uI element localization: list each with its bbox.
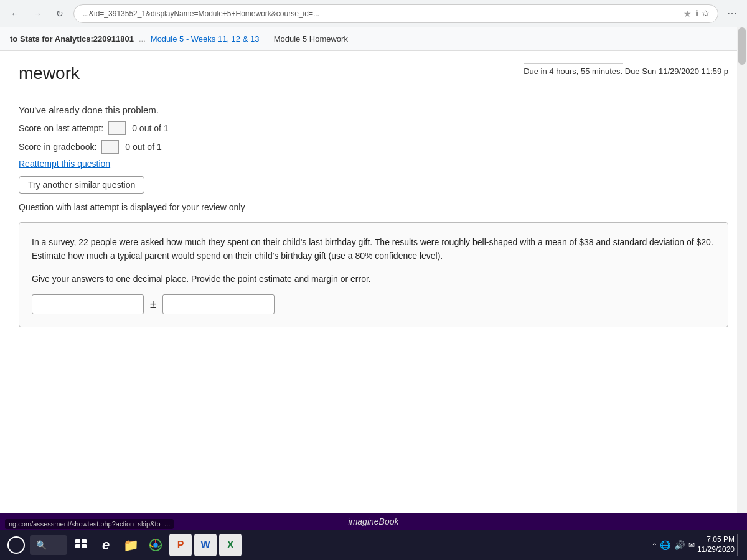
clock-date: 11/29/2020 — [697, 545, 735, 555]
score-gradebook-label: Score in gradebook: — [19, 142, 96, 152]
margin-error-input[interactable] — [162, 294, 275, 314]
main-content: mework Due in 4 hours, 55 minutes. Due S… — [0, 51, 747, 352]
word-icon[interactable]: W — [194, 534, 217, 556]
search-icon: 🔍 — [36, 540, 47, 550]
volume-icon[interactable]: 🔊 — [674, 540, 685, 550]
question-text-main: In a survey, 22 people were asked how mu… — [32, 235, 715, 263]
start-button[interactable] — [5, 534, 27, 556]
answer-row: ± — [32, 294, 715, 314]
module-link[interactable]: Module 5 - Weeks 11, 12 & 13 — [151, 34, 260, 44]
chrome-icon[interactable] — [144, 534, 167, 556]
score-section: You've already done this problem. Score … — [19, 105, 728, 212]
notification-icon[interactable]: ✉ — [688, 541, 695, 549]
network-icon[interactable]: 🌐 — [660, 540, 670, 550]
edge-icon[interactable]: e — [95, 534, 117, 556]
system-tray: ^ 🌐 🔊 ✉ — [653, 540, 695, 550]
forward-button[interactable]: → — [29, 5, 46, 22]
tray-expand-icon[interactable]: ^ — [653, 541, 656, 549]
chrome-svg — [149, 538, 162, 552]
question-box: In a survey, 22 people were asked how mu… — [19, 222, 728, 327]
excel-icon[interactable]: X — [219, 534, 242, 556]
due-date-text: Due in 4 hours, 55 minutes. Due Sun 11/2… — [524, 67, 728, 76]
score-last-attempt-row: Score on last attempt: 0 out of 1 — [19, 121, 728, 135]
scrollbar[interactable] — [737, 27, 747, 560]
browser-address-bar-area: ← → ↻ ...&id=_3913552_1&displayName=Modu… — [0, 0, 747, 27]
task-view-icon — [74, 538, 88, 552]
address-bar-text: ...&id=_3913552_1&displayName=Module+5+H… — [83, 9, 680, 18]
breadcrumb-nav: to Stats for Analytics:220911801 ... Mod… — [0, 27, 747, 51]
powerpoint-icon[interactable]: P — [169, 534, 192, 556]
taskbar-search[interactable]: 🔍 — [30, 535, 67, 555]
already-done-notice: You've already done this problem. — [19, 105, 728, 115]
svg-rect-1 — [82, 539, 87, 543]
score-last-attempt-label: Score on last attempt: — [19, 123, 103, 133]
taskbar: 🔍 e 📁 P W X ^ 🌐 🔊 — [0, 530, 747, 560]
page-title: mework — [19, 63, 80, 83]
nav-separator-2 — [264, 34, 268, 44]
file-manager-icon[interactable]: 📁 — [120, 534, 142, 556]
clock-time: 7:05 PM — [697, 535, 735, 545]
due-date-area: Due in 4 hours, 55 minutes. Due Sun 11/2… — [524, 63, 728, 76]
task-view-button[interactable] — [70, 534, 92, 556]
menu-button[interactable]: ⋯ — [723, 5, 741, 22]
windows-logo — [7, 536, 25, 554]
system-clock[interactable]: 7:05 PM 11/29/2020 — [697, 535, 735, 554]
svg-point-5 — [153, 543, 157, 547]
score-last-attempt-box — [108, 121, 126, 135]
star-icon[interactable]: ★ — [684, 9, 692, 19]
score-gradebook-value: 0 out of 1 — [125, 142, 161, 152]
score-gradebook-box — [101, 140, 119, 154]
plus-minus-symbol: ± — [150, 298, 156, 311]
svg-rect-2 — [75, 544, 80, 548]
score-gradebook-row: Score in gradebook: 0 out of 1 — [19, 140, 728, 154]
status-url-text: ng.com/assessment/showtest.php?action=sk… — [5, 519, 174, 529]
status-bar: ng.com/assessment/showtest.php?action=sk… — [0, 518, 374, 530]
question-text-instructions: Give your answers to one decimal place. … — [32, 272, 715, 286]
page-nav-title: Module 5 Homework — [274, 34, 348, 44]
try-similar-button[interactable]: Try another similar question — [19, 176, 144, 194]
info-icon[interactable]: ℹ — [695, 9, 698, 18]
bookmark-icon[interactable]: ✩ — [702, 9, 709, 18]
score-last-attempt-value: 0 out of 1 — [132, 123, 168, 133]
course-title: to Stats for Analytics:220911801 — [10, 34, 134, 44]
nav-separator: ... — [139, 34, 146, 44]
point-estimate-input[interactable] — [32, 294, 144, 314]
refresh-button[interactable]: ↻ — [51, 5, 68, 22]
show-desktop-button[interactable] — [737, 534, 742, 556]
review-notice: Question with last attempt is displayed … — [19, 202, 728, 212]
reattempt-link[interactable]: Reattempt this question — [19, 159, 728, 169]
svg-rect-3 — [82, 544, 87, 548]
address-bar[interactable]: ...&id=_3913552_1&displayName=Module+5+H… — [73, 4, 718, 23]
page-wrapper: to Stats for Analytics:220911801 ... Mod… — [0, 27, 747, 560]
svg-rect-0 — [75, 539, 80, 543]
scroll-thumb[interactable] — [738, 27, 746, 65]
back-button[interactable]: ← — [6, 5, 24, 22]
